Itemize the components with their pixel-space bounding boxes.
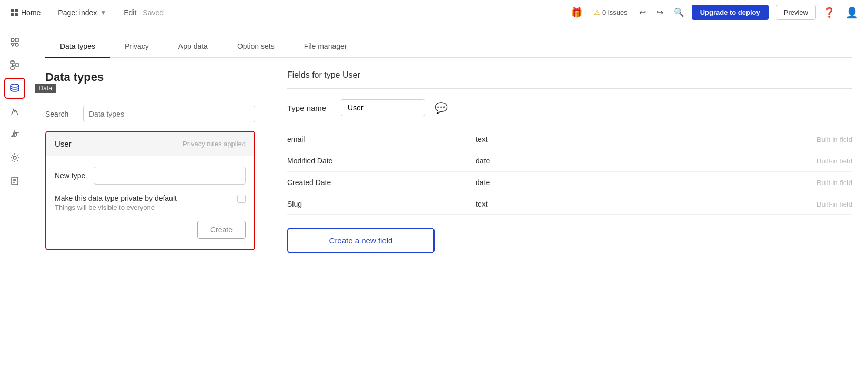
svg-point-0 — [11, 38, 14, 42]
field-tag-email: Built-in field — [664, 136, 852, 144]
sidebar-item-plugins[interactable] — [4, 124, 25, 145]
settings-icon — [10, 153, 19, 162]
tab-app-data[interactable]: App data — [164, 36, 223, 58]
fields-header: Fields for type User — [287, 70, 852, 80]
table-row: Created Date date Built-in field — [287, 172, 852, 193]
svg-rect-6 — [15, 64, 19, 66]
tab-option-sets[interactable]: Option sets — [223, 36, 289, 58]
svg-marker-2 — [11, 44, 14, 46]
type-name-row: Type name 💬 — [287, 99, 852, 116]
new-type-row: New type — [55, 167, 246, 185]
table-row: Modified Date date Built-in field — [287, 150, 852, 172]
sidebar-item-notes[interactable] — [4, 170, 25, 191]
search-row: Search — [45, 106, 255, 122]
new-type-label: New type — [55, 171, 85, 180]
profile-button[interactable]: 👤 — [842, 4, 862, 21]
table-row: Slug text Built-in field — [287, 193, 852, 215]
upgrade-button[interactable]: Upgrade to deploy — [692, 5, 769, 20]
create-button[interactable]: Create — [197, 221, 246, 239]
create-btn-row: Create — [55, 221, 246, 239]
fields-table: email text Built-in field Modified Date … — [287, 129, 852, 215]
left-column: Data types Search User Privacy rules app… — [45, 70, 266, 253]
user-row[interactable]: User Privacy rules applied — [46, 132, 254, 156]
edit-label: Edit — [124, 8, 136, 17]
search-input[interactable] — [83, 106, 255, 122]
issues-indicator[interactable]: ⚠ 0 issues — [590, 6, 632, 18]
svg-rect-4 — [11, 61, 14, 64]
plugin-icon — [10, 130, 19, 139]
sidebar-item-settings[interactable] — [4, 147, 25, 168]
data-icon — [9, 83, 20, 94]
private-row: Make this data type private by default T… — [55, 194, 246, 211]
private-sub: Things will be visible to everyone — [55, 203, 232, 211]
field-name-created: Created Date — [287, 178, 476, 187]
tab-privacy[interactable]: Privacy — [110, 36, 164, 58]
privacy-tag: Privacy rules applied — [183, 140, 246, 148]
gift-icon[interactable]: 🎁 — [568, 5, 586, 21]
create-field-button[interactable]: Create a new field — [287, 228, 435, 253]
issues-label: 0 issues — [602, 8, 628, 16]
search-label: Search — [45, 110, 77, 118]
workflow-icon — [10, 60, 19, 70]
home-label: Home — [21, 8, 41, 17]
warning-icon: ⚠ — [594, 8, 600, 16]
home-grid-icon — [11, 9, 18, 16]
tab-file-manager[interactable]: File manager — [289, 36, 362, 58]
data-tooltip: Data — [35, 84, 56, 93]
tabs-bar: Data types Privacy App data Option sets … — [45, 36, 852, 58]
redo-button[interactable]: ↪ — [653, 5, 667, 19]
comment-icon[interactable]: 💬 — [435, 101, 448, 114]
type-name-input[interactable] — [341, 99, 425, 116]
user-item-box: User Privacy rules applied New type Make… — [45, 131, 255, 250]
field-name-slug: Slug — [287, 200, 476, 208]
layout: Data Data types Privacy App data — [0, 25, 868, 389]
home-button[interactable]: Home — [6, 6, 45, 19]
notes-icon — [10, 176, 19, 186]
search-button[interactable]: 🔍 — [671, 5, 688, 19]
style-icon — [10, 107, 19, 116]
field-name-modified: Modified Date — [287, 157, 476, 165]
page-label: Page: index — [58, 8, 97, 17]
topbar: Home Page: index ▼ Edit Saved 🎁 ⚠ 0 issu… — [0, 0, 868, 25]
preview-button[interactable]: Preview — [776, 5, 816, 20]
svg-point-9 — [11, 84, 19, 87]
field-type-modified: date — [476, 157, 664, 165]
sidebar-item-data[interactable]: Data — [4, 78, 25, 99]
chevron-down-icon: ▼ — [100, 9, 106, 16]
page-selector[interactable]: Page: index ▼ — [54, 6, 110, 19]
field-type-created: date — [476, 178, 664, 187]
sidebar-item-style[interactable] — [4, 101, 25, 122]
help-button[interactable]: ❓ — [820, 5, 838, 21]
undo-button[interactable]: ↩ — [636, 5, 649, 19]
field-tag-modified: Built-in field — [664, 157, 852, 165]
sidebar: Data — [0, 25, 29, 389]
section-divider — [45, 95, 255, 95]
content-columns: Data types Search User Privacy rules app… — [45, 70, 852, 253]
svg-rect-3 — [15, 43, 18, 46]
new-type-input[interactable] — [94, 167, 246, 185]
topbar-divider-2 — [115, 7, 115, 18]
private-checkbox[interactable] — [237, 194, 246, 203]
sidebar-item-workflow[interactable] — [4, 55, 25, 76]
topbar-divider-1 — [49, 7, 49, 18]
field-name-email: email — [287, 135, 476, 144]
saved-label: Saved — [143, 8, 164, 17]
user-name: User — [55, 139, 72, 148]
sidebar-item-design[interactable] — [4, 32, 25, 53]
private-label: Make this data type private by default — [55, 194, 232, 202]
tab-data-types[interactable]: Data types — [45, 36, 110, 58]
right-column: Fields for type User Type name 💬 email t… — [266, 70, 852, 253]
field-tag-slug: Built-in field — [664, 200, 852, 208]
field-type-email: text — [476, 135, 664, 144]
table-row: email text Built-in field — [287, 129, 852, 150]
data-types-heading: Data types — [45, 70, 255, 84]
main-content: Data types Privacy App data Option sets … — [29, 25, 868, 389]
fields-divider — [287, 88, 852, 89]
svg-point-11 — [13, 156, 16, 159]
new-type-form: New type Make this data type private by … — [46, 156, 254, 249]
field-tag-created: Built-in field — [664, 179, 852, 187]
svg-rect-5 — [11, 67, 14, 69]
type-name-label: Type name — [287, 104, 335, 112]
svg-rect-1 — [15, 38, 18, 42]
field-type-slug: text — [476, 200, 664, 208]
